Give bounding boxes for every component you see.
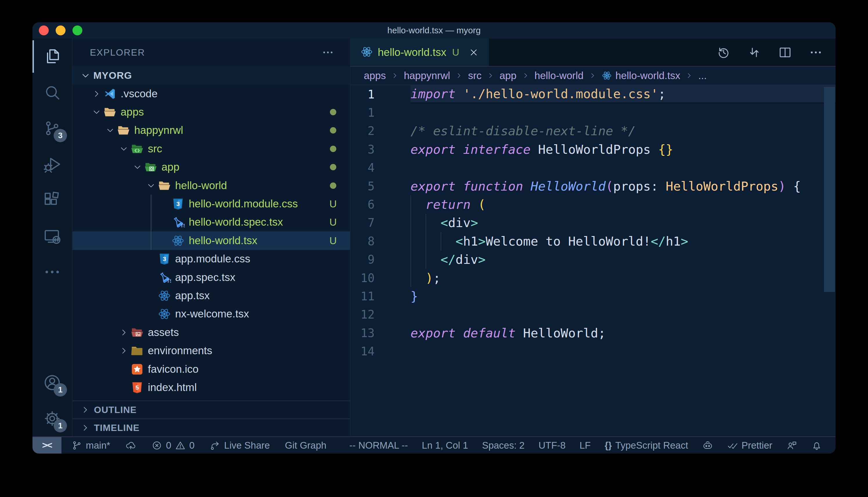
code-line[interactable]: 4 xyxy=(350,159,836,177)
close-window-button[interactable] xyxy=(39,26,49,36)
code-line-text: import './hello-world.module.css'; xyxy=(411,85,836,103)
code-line[interactable]: 5export function HelloWorld(props: Hello… xyxy=(350,177,836,195)
zoom-window-button[interactable] xyxy=(72,26,82,36)
tree-item-app-tsx[interactable]: app.tsx xyxy=(72,286,350,305)
status-item-notifications[interactable] xyxy=(811,440,822,451)
tree-item-app-spec-tsx[interactable]: TSapp.spec.tsx xyxy=(72,268,350,286)
code-line-current[interactable]: 1import './hello-world.module.css'; xyxy=(350,85,836,103)
code-line[interactable]: 13export default HelloWorld; xyxy=(350,324,836,342)
breadcrumb-item-app[interactable]: app xyxy=(499,70,516,81)
breadcrumb-item-apps[interactable]: apps xyxy=(364,70,386,81)
outline-label: OUTLINE xyxy=(94,404,137,415)
status-item-encoding[interactable]: UTF-8 xyxy=(538,440,566,451)
tab-hello-world-tsx[interactable]: hello-world.tsx U xyxy=(350,39,489,66)
code-line[interactable]: 11} xyxy=(350,287,836,305)
remote-indicator[interactable]: >< xyxy=(32,437,61,454)
tree-item-label: index.html xyxy=(148,381,197,394)
status-item-live-share[interactable]: Live Share xyxy=(210,440,270,451)
close-tab-button[interactable] xyxy=(468,47,479,58)
activity-item-remote-explorer[interactable] xyxy=(32,218,72,254)
breadcrumb-item-src[interactable]: src xyxy=(468,70,482,81)
line-number: 4 xyxy=(350,161,411,174)
activity-item-run-debug[interactable] xyxy=(32,146,72,182)
chevron-right-icon[interactable] xyxy=(91,88,102,100)
activity-item-search[interactable] xyxy=(32,74,72,110)
tree-item-favicon-ico[interactable]: favicon.ico xyxy=(72,360,350,378)
code-line[interactable]: 9 </div> xyxy=(350,251,836,269)
tree-item-index-html[interactable]: 5index.html xyxy=(72,378,350,397)
more-actions-button[interactable] xyxy=(809,45,823,59)
open-timeline-button[interactable] xyxy=(717,45,731,59)
explorer-sidebar: EXPLORER MYORG .vscodeappshappynrwlsrcap… xyxy=(72,39,350,437)
open-changes-button[interactable] xyxy=(747,45,761,59)
tree-item-environments[interactable]: environments xyxy=(72,341,350,360)
code-line[interactable]: 7 <div> xyxy=(350,214,836,232)
status-item-git-graph[interactable]: Git Graph xyxy=(285,440,327,451)
status-item-git-branch[interactable]: main* xyxy=(71,440,110,451)
tree-item--vscode[interactable]: .vscode xyxy=(72,85,350,103)
code-line[interactable]: 6 return ( xyxy=(350,195,836,213)
status-item-prettier[interactable]: Prettier xyxy=(727,440,772,451)
breadcrumb-item--[interactable]: ... xyxy=(698,70,706,81)
status-item-copilot[interactable] xyxy=(702,440,713,451)
status-item-cursor-position[interactable]: Ln 1, Col 1 xyxy=(422,440,468,451)
activity-item-settings[interactable]: 1 xyxy=(32,400,72,437)
sidebar-header: EXPLORER xyxy=(72,39,350,66)
code-line[interactable]: 14 xyxy=(350,342,836,360)
outline-section-header[interactable]: OUTLINE xyxy=(72,400,350,418)
explorer-more-actions-button[interactable] xyxy=(321,46,334,59)
tree-item-hello-world-module-css[interactable]: 3hello-world.module.cssU xyxy=(72,195,350,213)
breadcrumb-item-hello-world-tsx[interactable]: hello-world.tsx xyxy=(602,70,680,81)
activity-item-source-control[interactable]: 3 xyxy=(32,110,72,146)
status-item-eol[interactable]: LF xyxy=(580,440,591,451)
code-line[interactable]: 2/* eslint-disable-next-line */ xyxy=(350,122,836,140)
status-item-vim-mode[interactable]: -- NORMAL -- xyxy=(349,440,408,451)
status-item-label: 0 xyxy=(189,440,194,451)
code-line[interactable]: 10 ); xyxy=(350,269,836,287)
chevron-down-icon[interactable] xyxy=(104,124,116,137)
tree-item-apps[interactable]: apps xyxy=(72,103,350,121)
editor-scrollbar[interactable] xyxy=(824,87,835,292)
tree-item-hello-world-tsx[interactable]: hello-world.tsxU xyxy=(72,231,350,250)
workspace-section-header[interactable]: MYORG xyxy=(72,66,350,85)
code-editor[interactable]: 1import './hello-world.module.css';12/* … xyxy=(350,85,836,437)
split-editor-button[interactable] xyxy=(778,45,792,59)
tree-item-assets[interactable]: assets xyxy=(72,323,350,341)
tree-item-hello-world-spec-tsx[interactable]: TShello-world.spec.tsxU xyxy=(72,213,350,231)
code-line[interactable]: 12 xyxy=(350,306,836,324)
code-line[interactable]: 3export interface HelloWorldProps {} xyxy=(350,140,836,158)
status-item-problems[interactable]: 00 xyxy=(151,440,194,451)
line-number: 13 xyxy=(350,326,411,340)
tree-item-hello-world[interactable]: hello-world xyxy=(72,176,350,195)
minimize-window-button[interactable] xyxy=(56,26,66,36)
activity-item-extensions[interactable] xyxy=(32,182,72,218)
chevron-down-icon[interactable] xyxy=(91,106,102,118)
svg-text:TS: TS xyxy=(167,278,171,284)
tree-item-app[interactable]: app xyxy=(72,158,350,176)
chevron-down-icon[interactable] xyxy=(131,161,143,173)
files-icon xyxy=(43,47,61,66)
status-item-publish-changes[interactable] xyxy=(125,440,136,451)
breadcrumb-item-hello-world[interactable]: hello-world xyxy=(535,70,583,81)
chevron-right-icon[interactable] xyxy=(118,326,130,339)
breadcrumb-item-happynrwl[interactable]: happynrwl xyxy=(404,70,450,81)
code-line[interactable]: 8 <h1>Welcome to HelloWorld!</h1> xyxy=(350,232,836,250)
tree-item-happynrwl[interactable]: happynrwl xyxy=(72,122,350,140)
status-item-language-mode[interactable]: {}TypeScript React xyxy=(605,440,688,451)
activity-item-more-views[interactable] xyxy=(32,254,72,290)
line-number: 1 xyxy=(350,88,411,101)
activity-item-explorer[interactable] xyxy=(32,39,72,74)
tree-item-nx-welcome-tsx[interactable]: nx-welcome.tsx xyxy=(72,305,350,323)
chevron-down-icon[interactable] xyxy=(145,180,157,192)
code-line[interactable]: 1 xyxy=(350,103,836,122)
tree-item-app-module-css[interactable]: 3app.module.css xyxy=(72,250,350,268)
tree-item-label: apps xyxy=(121,106,144,118)
activity-item-accounts[interactable]: 1 xyxy=(32,365,72,400)
status-item-feedback[interactable] xyxy=(786,440,797,451)
status-item-indentation[interactable]: Spaces: 2 xyxy=(482,440,525,451)
chevron-right-icon[interactable] xyxy=(118,345,130,357)
status-item-label: 0 xyxy=(166,440,171,451)
chevron-down-icon[interactable] xyxy=(118,143,130,155)
timeline-section-header[interactable]: TIMELINE xyxy=(72,418,350,437)
tree-item-src[interactable]: src xyxy=(72,140,350,158)
